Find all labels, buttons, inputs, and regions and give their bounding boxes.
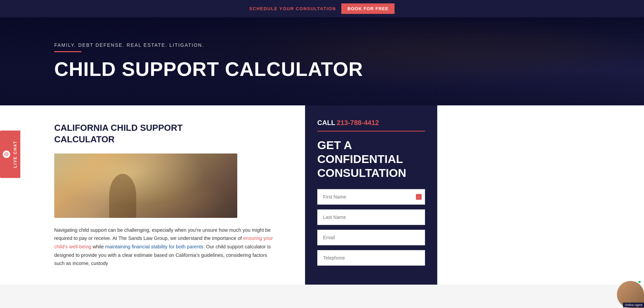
call-section: CALL 213-788-4412 [317,119,425,127]
telephone-input[interactable] [317,250,425,266]
right-sidebar: CALL 213-788-4412 GET ACONFIDENTIALCONSU… [305,105,437,285]
hero-content: FAMILY. DEBT DEFENSE. REAL ESTATE. LITIG… [54,42,590,80]
main-content: CALIFORNIA CHILD SUPPORTCALCULATOR Navig… [0,105,644,285]
first-name-input[interactable] [317,189,425,205]
top-bar: SCHEDULE YOUR CONSULTATION BOOK FOR FREE [0,0,644,17]
svg-point-2 [6,154,7,155]
live-chat-button[interactable]: LIVE CHAT [0,130,20,178]
chat-icon [3,150,10,158]
left-content-area: CALIFORNIA CHILD SUPPORTCALCULATOR Navig… [0,105,305,285]
online-indicator [638,280,641,284]
content-image [54,153,237,218]
sidebar-heading: GET ACONFIDENTIALCONSULTATION [317,138,425,180]
field-icon: ··· [416,194,422,200]
call-label: CALL [317,119,335,126]
last-name-field[interactable] [317,209,425,225]
body-paragraph: Navigating child support can be challeng… [54,226,278,268]
section-heading: CALIFORNIA CHILD SUPPORTCALCULATOR [54,122,278,145]
email-field[interactable] [317,230,425,245]
sidebar-divider [317,131,425,131]
live-chat-label: LIVE CHAT [13,140,18,167]
link-stability[interactable]: maintaining financial stability for both… [105,244,203,249]
schedule-text: SCHEDULE YOUR CONSULTATION [249,6,336,11]
svg-point-3 [5,154,6,155]
svg-point-1 [7,154,7,155]
phone-number[interactable]: 213-788-4412 [337,119,379,126]
first-name-field[interactable]: ··· [317,189,425,205]
email-input[interactable] [317,230,425,245]
last-name-input[interactable] [317,209,425,225]
book-button[interactable]: BOOK FOR FREE [341,3,395,14]
telephone-field[interactable] [317,250,425,266]
hero-divider [54,51,81,52]
online-agent-widget[interactable]: Online Agent [613,278,644,285]
hero-title: CHILD SUPPORT CALCULATOR [54,58,590,80]
hero-section: FAMILY. DEBT DEFENSE. REAL ESTATE. LITIG… [0,17,644,105]
hero-subtitle: FAMILY. DEBT DEFENSE. REAL ESTATE. LITIG… [54,42,590,48]
